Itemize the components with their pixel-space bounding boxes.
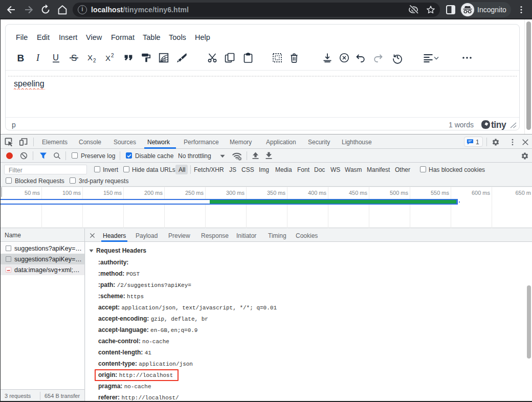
svg-text:2: 2	[93, 58, 96, 63]
svg-text:X: X	[87, 53, 93, 62]
svg-text:U: U	[53, 53, 59, 62]
svg-text:B: B	[17, 53, 25, 63]
svg-text:X: X	[105, 54, 110, 62]
svg-text:2: 2	[111, 53, 114, 58]
svg-text:tiny: tiny	[491, 120, 506, 130]
svg-text:I: I	[36, 53, 40, 63]
